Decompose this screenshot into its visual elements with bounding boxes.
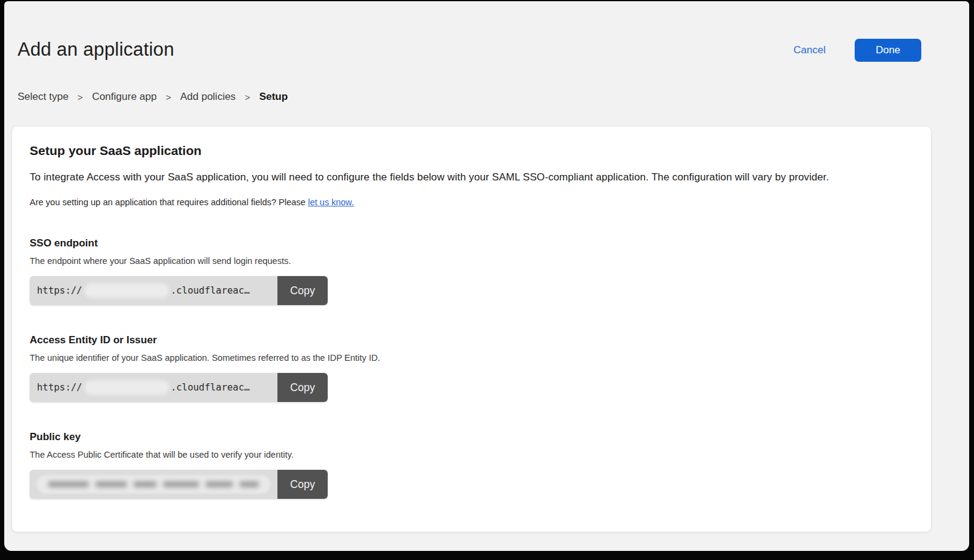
- field-description: The Access Public Certificate that will …: [30, 450, 909, 460]
- value-prefix: https://: [37, 382, 82, 393]
- field-group-sso-endpoint: SSO endpoint The endpoint where your Saa…: [30, 237, 909, 305]
- value-suffix: .cloudflareac…: [171, 382, 250, 393]
- setup-card: Setup your SaaS application To integrate…: [12, 126, 932, 532]
- breadcrumb-step-select-type[interactable]: Select type: [18, 91, 68, 103]
- field-description: The unique identifier of your SaaS appli…: [30, 353, 909, 363]
- access-entity-id-value: https:// .cloudflareac…: [30, 373, 277, 402]
- breadcrumb-separator: >: [78, 92, 83, 102]
- redacted-blur: [37, 475, 270, 493]
- redacted-blur: [84, 283, 169, 298]
- breadcrumb-step-configure-app[interactable]: Configure app: [92, 91, 157, 103]
- app-window: Add an application Cancel Done Select ty…: [4, 1, 969, 551]
- card-note: Are you setting up an application that r…: [30, 197, 909, 207]
- field-label: Public key: [30, 431, 909, 443]
- breadcrumb-separator: >: [166, 92, 171, 102]
- field-description: The endpoint where your SaaS application…: [30, 256, 909, 266]
- breadcrumb-step-add-policies[interactable]: Add policies: [180, 91, 236, 103]
- copy-button[interactable]: Copy: [277, 470, 328, 499]
- card-note-text: Are you setting up an application that r…: [30, 197, 308, 207]
- sso-endpoint-value: https:// .cloudflareac…: [30, 276, 277, 305]
- breadcrumb-separator: >: [245, 92, 250, 102]
- copy-field: Copy: [30, 470, 328, 499]
- done-button[interactable]: Done: [855, 39, 921, 62]
- page-header: Add an application Cancel Done: [4, 1, 969, 62]
- value-suffix: .cloudflareac…: [171, 285, 250, 296]
- let-us-know-link[interactable]: let us know.: [308, 197, 354, 207]
- cancel-button[interactable]: Cancel: [790, 44, 829, 57]
- public-key-value: [30, 470, 277, 499]
- page-title: Add an application: [18, 39, 174, 61]
- breadcrumb-step-setup: Setup: [259, 91, 288, 103]
- field-group-public-key: Public key The Access Public Certificate…: [30, 431, 909, 499]
- card-heading: Setup your SaaS application: [30, 143, 909, 158]
- copy-field: https:// .cloudflareac… Copy: [30, 373, 328, 402]
- copy-field: https:// .cloudflareac… Copy: [30, 276, 328, 305]
- field-group-access-entity-id: Access Entity ID or Issuer The unique id…: [30, 334, 909, 402]
- breadcrumb: Select type > Configure app > Add polici…: [4, 91, 969, 103]
- header-actions: Cancel Done: [790, 39, 921, 62]
- copy-button[interactable]: Copy: [277, 373, 328, 402]
- card-intro-text: To integrate Access with your SaaS appli…: [30, 171, 909, 183]
- redacted-blur: [84, 380, 169, 395]
- field-label: SSO endpoint: [30, 237, 909, 249]
- value-prefix: https://: [37, 285, 82, 296]
- field-label: Access Entity ID or Issuer: [30, 334, 909, 346]
- copy-button[interactable]: Copy: [277, 276, 328, 305]
